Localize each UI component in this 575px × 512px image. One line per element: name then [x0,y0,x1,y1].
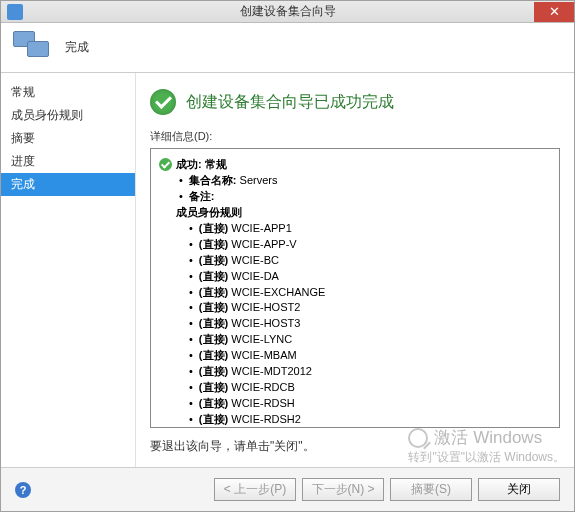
next-button: 下一步(N) > [302,478,384,501]
rules-title: 成员身份规则 [176,205,551,221]
completion-heading: 创建设备集合向导已成功完成 [150,89,560,115]
success-value: 常规 [205,158,227,170]
window-title: 创建设备集合向导 [240,3,336,20]
summary-item: 备注: [179,189,551,205]
close-icon[interactable]: ✕ [534,2,574,22]
sidebar-item-1[interactable]: 成员身份规则 [1,104,135,127]
rule-item: (直接) WCIE-LYNC [189,332,551,348]
exit-instruction: 要退出该向导，请单击"关闭"。 [150,438,560,455]
main-panel: 创建设备集合向导已成功完成 详细信息(D): 成功: 常规 集合名称: Serv… [136,73,574,467]
rule-item: (直接) WCIE-HOST3 [189,316,551,332]
help-icon[interactable]: ? [15,482,31,498]
summary-item: 集合名称: Servers [179,173,551,189]
footer: ? < 上一步(P) 下一步(N) > 摘要(S) 关闭 [1,467,574,511]
check-icon [159,158,172,171]
wizard-window: 创建设备集合向导 ✕ 完成 常规成员身份规则摘要进度完成 创建设备集合向导已成功… [0,0,575,512]
success-row: 成功: 常规 [159,157,551,173]
rules-list: (直接) WCIE-APP1(直接) WCIE-APP-V(直接) WCIE-B… [189,221,551,428]
rule-item: (直接) WCIE-EXCHANGE [189,285,551,301]
rule-item: (直接) WCIE-HOST2 [189,300,551,316]
details-box[interactable]: 成功: 常规 集合名称: Servers备注: 成员身份规则 (直接) WCIE… [150,148,560,428]
rule-item: (直接) WCIE-MBAM [189,348,551,364]
rule-item: (直接) WCIE-APP1 [189,221,551,237]
success-check-icon [150,89,176,115]
rule-item: (直接) WCIE-APP-V [189,237,551,253]
sidebar-item-0[interactable]: 常规 [1,81,135,104]
app-icon [7,4,23,20]
step-title: 完成 [65,39,89,56]
rule-item: (直接) WCIE-DA [189,269,551,285]
summary-list: 集合名称: Servers备注: [179,173,551,205]
completion-text: 创建设备集合向导已成功完成 [186,92,394,113]
sidebar-item-2[interactable]: 摘要 [1,127,135,150]
rule-item: (直接) WCIE-BC [189,253,551,269]
sidebar: 常规成员身份规则摘要进度完成 [1,73,136,467]
close-button[interactable]: 关闭 [478,478,560,501]
wizard-header: 完成 [1,23,574,73]
sidebar-item-4[interactable]: 完成 [1,173,135,196]
titlebar: 创建设备集合向导 ✕ [1,1,574,23]
summary-button: 摘要(S) [390,478,472,501]
rule-item: (直接) WCIE-RDSH2 [189,412,551,428]
rule-item: (直接) WCIE-RDSH [189,396,551,412]
rule-item: (直接) WCIE-MDT2012 [189,364,551,380]
prev-button: < 上一步(P) [214,478,296,501]
details-label: 详细信息(D): [150,129,560,144]
devices-icon [13,31,51,65]
rule-item: (直接) WCIE-RDCB [189,380,551,396]
success-prefix: 成功: [176,158,202,170]
sidebar-item-3[interactable]: 进度 [1,150,135,173]
